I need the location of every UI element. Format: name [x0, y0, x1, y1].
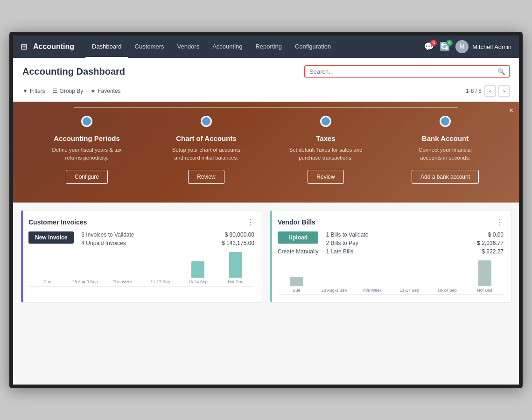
bills-stat2-label: 2 Bills to Pay: [326, 240, 358, 246]
invoices-menu-button[interactable]: ⋮: [247, 218, 254, 227]
invoices-card-actions: New Invoice 3 Invoices to Validate $ 90,…: [28, 231, 254, 248]
chart-bar-wrap: [278, 260, 315, 286]
chart-col: Not Due: [466, 260, 504, 293]
step-btn-2[interactable]: Review: [188, 170, 224, 184]
bills-card-header: Vendor Bills ⋮: [278, 218, 504, 227]
filters-button[interactable]: ▼ Filters: [22, 88, 45, 94]
invoices-stat-1: 3 Invoices to Validate $ 90,000.00: [81, 231, 254, 238]
invoices-stats: 3 Invoices to Validate $ 90,000.00 4 Unp…: [81, 231, 254, 248]
bills-stat-1: 1 Bills to Validate $ 0.00: [326, 231, 504, 238]
page-title-row: Accounting Dashboard 🔍: [22, 65, 510, 83]
new-invoice-button[interactable]: New Invoice: [28, 231, 74, 244]
filter-icon: ▼: [22, 88, 28, 94]
step-title-2: Chart of Accounts: [176, 134, 236, 142]
chart-col: 11-17 Sep: [141, 252, 179, 284]
bills-stat1-label: 1 Bills to Validate: [326, 231, 368, 238]
step-line: [74, 107, 458, 108]
page-prev-button[interactable]: ‹: [484, 85, 496, 97]
nav-dashboard[interactable]: Dashboard: [85, 35, 128, 58]
step-desc-3: Set default Taxes for sales and purchase…: [288, 146, 363, 162]
nav-configuration[interactable]: Configuration: [288, 35, 337, 58]
bills-stat2-amount: $ 2,036.77: [477, 240, 504, 246]
activity-button[interactable]: 🔄 5: [440, 42, 450, 52]
nav-brand: Accounting: [33, 42, 74, 51]
invoices-chart: Due28 Aug-3 SepThis Week11-17 Sep18-24 S…: [28, 254, 254, 287]
invoices-card-header: Customer Invoices ⋮: [28, 218, 254, 227]
nav-customers[interactable]: Customers: [128, 35, 171, 58]
setup-steps: Accounting Periods Define your fiscal ye…: [27, 116, 505, 184]
step-btn-1[interactable]: Configure: [66, 170, 108, 184]
step-title-4: Bank Account: [422, 134, 469, 142]
app-window: ⊞ Accounting Dashboard Customers Vendors…: [9, 32, 523, 388]
step-desc-1: Define your fiscal years & tax returns p…: [49, 146, 124, 162]
chart-col: Due: [278, 260, 315, 293]
chart-bar: [290, 277, 303, 286]
bills-stat1-amount: $ 0.00: [488, 231, 504, 238]
step-title-1: Accounting Periods: [54, 134, 120, 142]
upload-button[interactable]: Upload: [278, 231, 318, 244]
step-bank-account: Bank Account Connect your financial acco…: [385, 116, 505, 184]
groupby-icon: ☰: [53, 88, 58, 94]
chart-bar-wrap: [353, 260, 391, 286]
step-title-3: Taxes: [316, 134, 335, 142]
page-next-button[interactable]: ›: [498, 85, 510, 97]
chart-label: Due: [43, 280, 51, 284]
chart-bar-wrap: [217, 252, 254, 278]
chart-label: 18-24 Sep: [188, 280, 208, 284]
apps-icon[interactable]: ⊞: [21, 42, 28, 52]
nav-reporting[interactable]: Reporting: [249, 35, 288, 58]
invoices-stat-2: 4 Unpaid Invoices $ 143,175.00: [81, 240, 254, 246]
chart-bar: [229, 252, 242, 278]
chart-label: This Week: [113, 280, 133, 284]
card-border-invoices: [21, 210, 23, 302]
chart-bar-wrap: [428, 260, 466, 286]
search-button[interactable]: 🔍: [494, 66, 509, 77]
chart-label: Due: [293, 288, 301, 293]
step-dot-2: [201, 116, 212, 127]
pagination-text: 1-8 / 8: [466, 88, 482, 94]
chart-bar-wrap: [28, 252, 66, 278]
invoices-stat1-amount: $ 90,000.00: [225, 231, 254, 238]
chart-bar-wrap: [391, 260, 428, 286]
invoices-stat1-label: 3 Invoices to Validate: [81, 231, 134, 238]
step-dot-1: [81, 116, 92, 127]
step-btn-3[interactable]: Review: [308, 170, 343, 184]
step-desc-4: Connect your financial accounts in secon…: [408, 146, 483, 162]
chart-label: 18-24 Sep: [437, 288, 457, 293]
chart-col: 11-17 Sep: [391, 260, 428, 293]
step-taxes: Taxes Set default Taxes for sales and pu…: [266, 116, 385, 184]
invoices-stat2-label: 4 Unpaid Invoices: [81, 240, 126, 246]
user-menu[interactable]: M Mitchell Admin: [455, 40, 511, 53]
card-border-bills: [270, 210, 272, 302]
page-title: Accounting Dashboard: [22, 66, 125, 77]
nav-vendors[interactable]: Vendors: [170, 35, 206, 58]
nav-items: Dashboard Customers Vendors Accounting R…: [85, 35, 424, 58]
bills-stat-3: 1 Late Bills $ 622.27: [326, 248, 504, 255]
chart-col: 18-24 Sep: [428, 260, 466, 293]
step-chart-of-accounts: Chart of Accounts Setup your chart of ac…: [147, 116, 266, 184]
chart-bar-wrap: [179, 252, 217, 278]
create-manually-link[interactable]: Create Manually: [278, 248, 318, 255]
nav-accounting[interactable]: Accounting: [206, 35, 249, 58]
add-bank-account-button[interactable]: Add a bank account: [412, 170, 479, 184]
search-input[interactable]: [305, 66, 494, 77]
filter-row: ▼ Filters ☰ Group By ★ Favorites 1-8 / 8…: [22, 83, 510, 101]
step-dot-4: [440, 116, 451, 127]
chart-bar-wrap: [315, 260, 353, 286]
favorites-label: Favorites: [98, 88, 120, 94]
chat-button[interactable]: 💬 5: [424, 42, 434, 52]
chart-bar-wrap: [466, 260, 504, 286]
filter-actions: ▼ Filters ☰ Group By ★ Favorites: [22, 88, 121, 94]
avatar: M: [455, 40, 469, 53]
chart-col: Not Due: [217, 252, 254, 284]
bills-stat3-label: 1 Late Bills: [326, 248, 353, 255]
page-header: Accounting Dashboard 🔍 ▼ Filters ☰ Group…: [13, 58, 519, 102]
bills-menu-button[interactable]: ⋮: [496, 218, 504, 227]
star-icon: ★: [91, 88, 96, 94]
groupby-button[interactable]: ☰ Group By: [53, 88, 84, 94]
chart-col: This Week: [353, 260, 391, 293]
invoices-stat2-amount: $ 143,175.00: [222, 240, 254, 246]
favorites-button[interactable]: ★ Favorites: [91, 88, 120, 94]
nav-right: 💬 5 🔄 5 M Mitchell Admin: [424, 40, 511, 53]
close-banner-button[interactable]: ×: [509, 106, 513, 115]
